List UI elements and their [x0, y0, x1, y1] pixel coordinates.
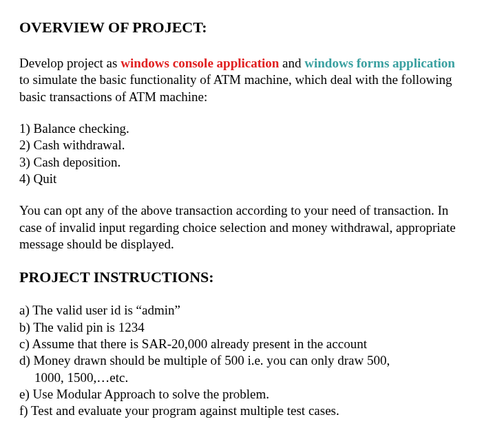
transaction-item-4: 4) Quit — [19, 171, 463, 187]
instructions-heading: PROJECT INSTRUCTIONS: — [19, 268, 463, 287]
intro-teal-text: windows forms application — [304, 56, 455, 70]
instruction-d-cont: 1000, 1500,…etc. — [19, 370, 463, 386]
instructions-list: a) The valid user id is “admin” b) The v… — [19, 302, 463, 419]
instruction-d: d) Money drawn should be multiple of 500… — [19, 352, 463, 369]
transaction-item-1: 1) Balance checking. — [19, 120, 463, 137]
note-paragraph: You can opt any of the above transaction… — [19, 202, 463, 253]
transactions-list: 1) Balance checking. 2) Cash withdrawal.… — [19, 120, 463, 187]
instruction-c: c) Assume that there is SAR-20,000 alrea… — [19, 336, 463, 352]
instruction-f: f) Test and evaluate your program agains… — [19, 403, 463, 419]
transaction-item-2: 2) Cash withdrawal. — [19, 137, 463, 153]
overview-heading: OVERVIEW OF PROJECT: — [19, 18, 463, 37]
instruction-a: a) The valid user id is “admin” — [19, 302, 463, 319]
instruction-e: e) Use Modular Approach to solve the pro… — [19, 386, 463, 403]
intro-text-1: Develop project as — [19, 56, 120, 70]
intro-text-2: and — [279, 56, 304, 70]
transaction-item-3: 3) Cash deposition. — [19, 154, 463, 171]
intro-paragraph: Develop project as windows console appli… — [19, 55, 463, 105]
instruction-b: b) The valid pin is 1234 — [19, 319, 463, 336]
intro-text-3: to simulate the basic functionality of A… — [19, 72, 452, 103]
intro-red-text: windows console application — [120, 56, 279, 70]
